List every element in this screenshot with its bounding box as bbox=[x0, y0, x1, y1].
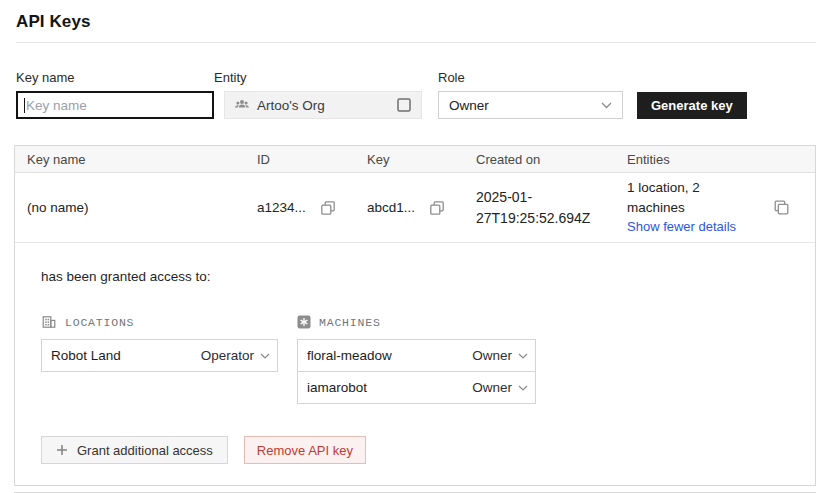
page-title: API Keys bbox=[0, 0, 828, 32]
text-caret bbox=[24, 98, 25, 113]
col-header-id: ID bbox=[257, 152, 367, 167]
machine-name: iamarobot bbox=[307, 380, 367, 395]
plus-icon bbox=[56, 444, 68, 456]
chevron-down-icon bbox=[518, 385, 528, 391]
show-fewer-details-link[interactable]: Show fewer details bbox=[627, 218, 736, 237]
entity-label: Entity bbox=[214, 70, 422, 85]
table-header-row: Key name ID Key Created on Entities bbox=[15, 146, 815, 173]
location-role-value: Operator bbox=[201, 348, 254, 363]
generate-key-button[interactable]: Generate key bbox=[637, 92, 747, 119]
org-select-square-icon[interactable] bbox=[396, 97, 412, 113]
locations-section: LOCATIONS Robot Land Operator bbox=[41, 314, 278, 372]
created-on-cell: 2025-01-27T19:25:52.694Z bbox=[476, 187, 598, 228]
location-name: Robot Land bbox=[51, 348, 121, 363]
chevron-down-icon bbox=[601, 102, 612, 109]
key-cell: abcd1... bbox=[367, 200, 476, 216]
machine-access-row: floral-meadow Owner bbox=[297, 339, 536, 372]
chevron-down-icon bbox=[518, 353, 528, 359]
role-field-group: Role Owner bbox=[438, 70, 623, 119]
locations-label: LOCATIONS bbox=[65, 316, 134, 329]
col-header-entities: Entities bbox=[627, 152, 773, 167]
id-cell: a1234... bbox=[257, 200, 367, 216]
table-row: (no name) a1234... abcd1... 2025-01-27T1… bbox=[15, 173, 815, 243]
generate-key-form: Key name Key name Entity Artoo's Org bbox=[16, 70, 816, 119]
entity-field[interactable]: Artoo's Org bbox=[224, 91, 422, 119]
duplicate-key-button[interactable] bbox=[773, 199, 803, 216]
key-name-cell: (no name) bbox=[27, 200, 257, 215]
col-header-key-name: Key name bbox=[27, 152, 257, 167]
role-label: Role bbox=[438, 70, 623, 85]
key-name-placeholder: Key name bbox=[26, 98, 87, 113]
chevron-down-icon bbox=[260, 353, 270, 359]
building-icon bbox=[41, 314, 57, 330]
entities-summary: 1 location, 2 machines bbox=[627, 180, 700, 215]
machine-icon bbox=[297, 315, 311, 329]
copy-icon bbox=[429, 200, 445, 216]
machines-section: MACHINES floral-meadow Owner iamarobot O… bbox=[297, 314, 536, 404]
entity-field-group: Entity Artoo's Org bbox=[214, 70, 422, 119]
key-name-label: Key name bbox=[16, 70, 214, 85]
role-selected-value: Owner bbox=[449, 98, 489, 113]
copy-icon bbox=[320, 200, 336, 216]
copy-id-button[interactable] bbox=[320, 200, 336, 216]
machine-name: floral-meadow bbox=[307, 348, 392, 363]
location-role-select[interactable]: Operator bbox=[201, 348, 270, 363]
grant-additional-access-label: Grant additional access bbox=[77, 443, 213, 458]
col-header-key: Key bbox=[367, 152, 476, 167]
key-name-field-group: Key name Key name bbox=[16, 70, 214, 119]
role-select[interactable]: Owner bbox=[438, 91, 623, 119]
entities-cell: 1 location, 2 machines Show fewer detail… bbox=[627, 178, 739, 237]
id-value: a1234... bbox=[257, 200, 306, 215]
machine-role-value: Owner bbox=[472, 380, 512, 395]
machines-label: MACHINES bbox=[319, 316, 381, 329]
organization-people-icon bbox=[234, 97, 250, 113]
machine-role-value: Owner bbox=[472, 348, 512, 363]
key-value: abcd1... bbox=[367, 200, 415, 215]
col-header-created-on: Created on bbox=[476, 152, 627, 167]
machine-role-select[interactable]: Owner bbox=[472, 380, 528, 395]
key-details-section: has been granted access to: bbox=[15, 243, 815, 485]
machine-access-row: iamarobot Owner bbox=[297, 371, 536, 404]
granted-access-text: has been granted access to: bbox=[41, 269, 789, 284]
duplicate-icon bbox=[773, 199, 790, 216]
key-name-input[interactable]: Key name bbox=[16, 91, 214, 119]
title-divider bbox=[16, 42, 816, 43]
remove-api-key-button[interactable]: Remove API key bbox=[244, 436, 366, 464]
grant-additional-access-button[interactable]: Grant additional access bbox=[41, 436, 228, 464]
copy-key-button[interactable] bbox=[429, 200, 445, 216]
location-access-row: Robot Land Operator bbox=[41, 339, 278, 372]
entity-value: Artoo's Org bbox=[257, 98, 396, 113]
machine-role-select[interactable]: Owner bbox=[472, 348, 528, 363]
api-keys-panel: Key name ID Key Created on Entities (no … bbox=[14, 145, 816, 486]
